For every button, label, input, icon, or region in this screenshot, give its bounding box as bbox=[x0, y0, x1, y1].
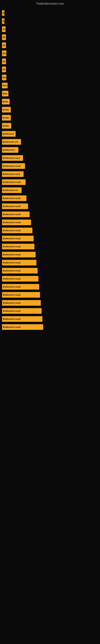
bar-item: Bottleneck result bbox=[2, 300, 41, 306]
bar-label: Bo bbox=[3, 68, 6, 71]
bar-item: Bottleneck bbox=[2, 131, 16, 137]
bar-label: Bottleneck result bbox=[3, 278, 21, 280]
bar-item: Bo bbox=[2, 66, 6, 72]
bar-row: Bottleneck r bbox=[2, 147, 98, 153]
bar-label: Bottleneck result bbox=[3, 229, 21, 232]
bar-item: Bottle bbox=[2, 115, 11, 120]
bar-row: Bo bbox=[2, 66, 98, 72]
bar-label: Bottleneck result bbox=[3, 165, 21, 167]
bar-row: Bottleneck result bbox=[2, 179, 98, 185]
bar-item: Bot bbox=[2, 75, 6, 80]
bar-row: Bottleneck result bbox=[2, 228, 98, 233]
bar-item: Bottle bbox=[2, 107, 11, 112]
bar-row: Bottleneck result bbox=[2, 324, 98, 330]
bar-row: Bot bbox=[2, 50, 98, 56]
bar-row: Bott bbox=[2, 91, 98, 96]
bar-label: Bottleneck bbox=[3, 132, 14, 135]
bar-label: Bottleneck result bbox=[3, 213, 21, 216]
bar-row: Bottleneck result bbox=[2, 260, 98, 266]
bar-item: Bottleneck result bbox=[2, 316, 42, 322]
bar-label: Bottleneck result bbox=[3, 286, 21, 288]
bar-label: Bottleneck result bbox=[3, 326, 21, 328]
bar-item: Bottleneck result bbox=[2, 196, 26, 201]
bar-item: Bottleneck result bbox=[2, 179, 26, 185]
bar-row: Bottleneck bbox=[2, 131, 98, 137]
bar-label: Bottleneck result bbox=[3, 318, 21, 320]
bar-row: Bottle bbox=[2, 107, 98, 112]
bar-label: Bottleneck result bbox=[3, 205, 21, 208]
bar-row: Bo bbox=[2, 42, 98, 48]
bar-label: Bottleneck result bbox=[3, 245, 21, 248]
bar-label: Bottleneck result bbox=[3, 221, 21, 224]
bar-item: Bottleneck r bbox=[2, 147, 18, 153]
bar-item: Bottleneck res bbox=[2, 139, 21, 145]
bar-row: Bottleneck result bbox=[2, 276, 98, 282]
bar-row: Bo bbox=[2, 58, 98, 64]
bar-label: Bottleneck resul bbox=[3, 173, 20, 175]
bar-row: Bottleneck result bbox=[2, 284, 98, 290]
bar-label: Bottleneck result bbox=[3, 270, 21, 272]
bar-item: B bbox=[2, 18, 4, 24]
bar-item: Bottleneck result bbox=[2, 252, 36, 258]
bar-item: Bottleneck result bbox=[2, 163, 25, 169]
bar-row: Bottleneck result bbox=[2, 236, 98, 241]
bar-label: Bo bbox=[3, 60, 6, 62]
bar-row: Bottleneck res bbox=[2, 139, 98, 145]
bar-row: Bottleneck result bbox=[2, 268, 98, 274]
bar-label: Bottleneck result bbox=[3, 237, 21, 240]
bar-label: B bbox=[3, 20, 4, 22]
bar-label: Bo bbox=[3, 28, 6, 30]
bar-row: Bottle bbox=[2, 123, 98, 128]
bar-row: Bottleneck result bbox=[2, 212, 98, 217]
bar-row: Bottleneck result bbox=[2, 292, 98, 298]
bar-row: Bottl bbox=[2, 99, 98, 104]
bar-label: Bottleneck result bbox=[3, 302, 21, 304]
bar-item: Bottleneck result bbox=[2, 220, 31, 225]
bar-label: Bottleneck res bbox=[3, 189, 18, 192]
bar-item: Bottleneck result bbox=[2, 244, 34, 249]
bar-row: Bottleneck res bbox=[2, 187, 98, 193]
bar-item: Bot bbox=[2, 50, 6, 56]
bar-item: Bottleneck resul bbox=[2, 155, 23, 161]
bars-container: BBBoBoBoBotBoBoBotBottBottBottlBottleBot… bbox=[0, 6, 100, 336]
bar-row: Bottleneck result bbox=[2, 220, 98, 225]
bar-row: Bo bbox=[2, 26, 98, 32]
bar-item: Bottleneck result bbox=[2, 324, 43, 330]
bar-label: Bottleneck result bbox=[3, 181, 21, 183]
bar-item: Bo bbox=[2, 26, 6, 32]
bar-row: B bbox=[2, 10, 98, 16]
bar-item: Bottleneck result bbox=[2, 276, 38, 282]
bar-item: Bo bbox=[2, 58, 6, 64]
bar-item: Bottleneck result bbox=[2, 284, 39, 290]
bar-label: Bo bbox=[3, 36, 6, 38]
bar-item: Bottl bbox=[2, 99, 10, 104]
bar-label: Bottleneck result bbox=[3, 294, 21, 296]
bar-item: Bottle bbox=[2, 123, 11, 128]
bar-row: Bottleneck resul bbox=[2, 155, 98, 161]
bar-row: Bottleneck result bbox=[2, 252, 98, 258]
bar-item: Bottleneck result bbox=[2, 292, 40, 298]
bar-label: Bottleneck result bbox=[3, 310, 21, 312]
bar-row: Bottleneck result bbox=[2, 308, 98, 314]
bar-label: Bottleneck res bbox=[3, 141, 18, 143]
bar-row: Bottle bbox=[2, 115, 98, 120]
bar-label: Bottleneck result bbox=[3, 253, 21, 256]
bar-item: Bott bbox=[2, 91, 8, 96]
bar-row: Bot bbox=[2, 75, 98, 80]
bar-item: Bottleneck result bbox=[2, 308, 42, 314]
bar-label: Bottleneck r bbox=[3, 149, 16, 151]
bar-row: Bott bbox=[2, 83, 98, 88]
bar-row: Bottleneck result bbox=[2, 244, 98, 249]
bar-item: Bottleneck result bbox=[2, 236, 34, 241]
bar-label: Bott bbox=[3, 84, 7, 87]
bar-label: Bottl bbox=[3, 100, 8, 103]
bar-row: Bottleneck result bbox=[2, 204, 98, 209]
bar-label: Bottleneck result bbox=[3, 262, 21, 264]
bar-row: Bottleneck result bbox=[2, 300, 98, 306]
bar-item: Bo bbox=[2, 34, 6, 40]
bar-item: Bottleneck result bbox=[2, 212, 30, 217]
bar-item: Bottleneck res bbox=[2, 187, 22, 193]
bar-item: Bo bbox=[2, 42, 6, 48]
bar-label: Bott bbox=[3, 92, 7, 95]
bar-item: B bbox=[2, 10, 4, 16]
